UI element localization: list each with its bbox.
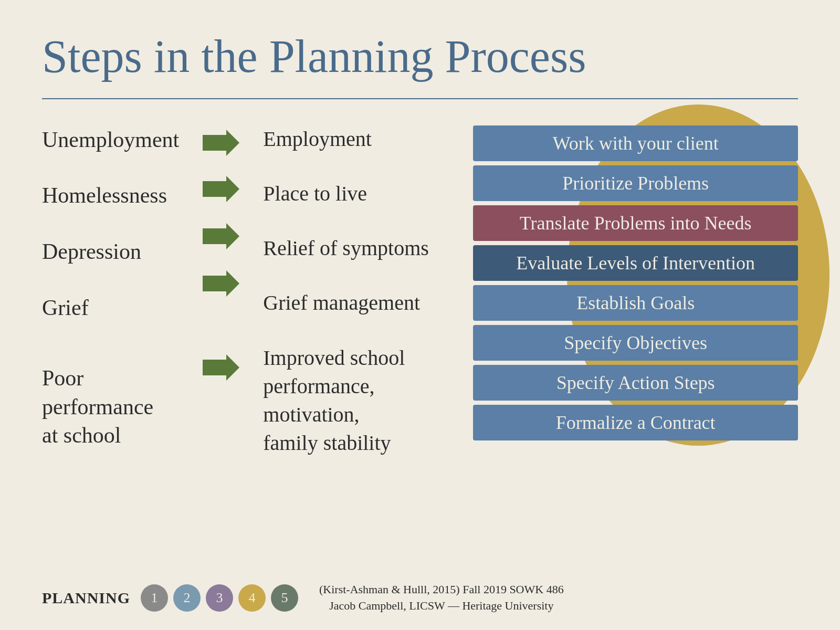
problem-depression: Depression: [42, 237, 179, 266]
problems-column: Unemployment Homelessness Depression Gri…: [42, 125, 179, 457]
svg-marker-1: [203, 176, 239, 202]
step-prioritize: Prioritize Problems: [473, 165, 798, 201]
need-employment: Employment: [263, 125, 452, 153]
step-specify-objectives: Specify Objectives: [473, 325, 798, 361]
slide: Steps in the Planning Process Unemployme…: [0, 0, 840, 630]
arrow-depression: [203, 223, 239, 249]
step-work-with-client: Work with your client: [473, 125, 798, 161]
need-improved: Improved schoolperformance,motivation,fa…: [263, 344, 452, 457]
need-grief-mgmt: Grief management: [263, 289, 452, 317]
step-translate: Translate Problems into Needs: [473, 205, 798, 241]
problem-unemployment: Unemployment: [42, 125, 179, 154]
need-relief: Relief of symptoms: [263, 235, 452, 262]
need-place: Place to live: [263, 180, 452, 207]
step-establish: Establish Goals: [473, 285, 798, 321]
step-formalize: Formalize a Contract: [473, 405, 798, 440]
citation-line1: (Kirst-Ashman & Hulll, 2015) Fall 2019 S…: [319, 583, 564, 596]
divider: [42, 98, 798, 99]
citation-line2: Jacob Campbell, LICSW — Heritage Univers…: [329, 599, 553, 612]
content-area: Unemployment Homelessness Depression Gri…: [42, 125, 798, 457]
needs-column: Employment Place to live Relief of sympt…: [263, 125, 452, 457]
dot-2[interactable]: 2: [173, 584, 201, 612]
slide-title: Steps in the Planning Process: [42, 32, 798, 82]
svg-marker-4: [203, 354, 239, 381]
step-specify-action: Specify Action Steps: [473, 365, 798, 401]
svg-marker-0: [203, 130, 239, 156]
citation: (Kirst-Ashman & Hulll, 2015) Fall 2019 S…: [319, 582, 564, 614]
bottom-bar: PLANNING 1 2 3 4 5 (Kirst-Ashman & Hulll…: [42, 582, 798, 614]
dot-3[interactable]: 3: [206, 584, 233, 612]
dot-5[interactable]: 5: [271, 584, 298, 612]
page-dots: 1 2 3 4 5: [141, 584, 298, 612]
dot-4[interactable]: 4: [238, 584, 266, 612]
planning-label: PLANNING: [42, 589, 130, 607]
svg-marker-2: [203, 223, 239, 249]
arrow-homelessness: [203, 176, 239, 202]
problem-poor: Poorperformanceat school: [42, 364, 179, 450]
arrow-grief: [203, 270, 239, 297]
arrows-column: [200, 125, 242, 457]
svg-marker-3: [203, 270, 239, 297]
problem-homelessness: Homelessness: [42, 181, 179, 210]
dot-1[interactable]: 1: [141, 584, 168, 612]
step-evaluate: Evaluate Levels of Intervention: [473, 245, 798, 281]
arrow-poor: [203, 354, 239, 381]
steps-column: Work with your client Prioritize Problem…: [473, 125, 798, 457]
problem-grief: Grief: [42, 293, 179, 322]
arrow-unemployment: [203, 130, 239, 156]
